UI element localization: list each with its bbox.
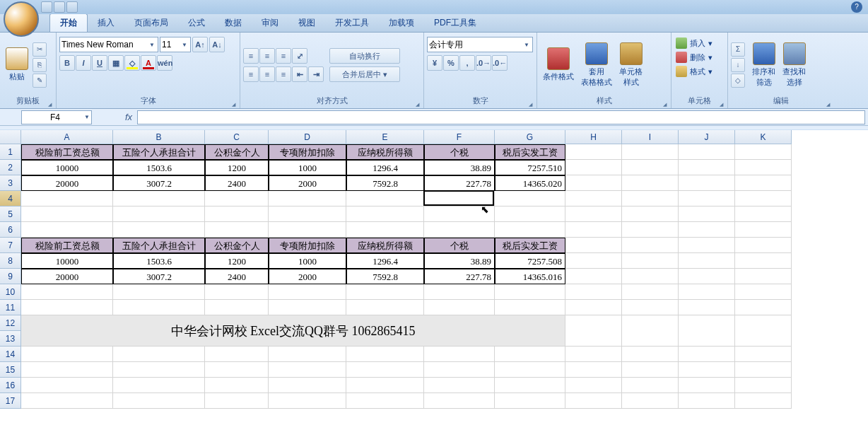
cell[interactable] (622, 160, 679, 175)
cell[interactable] (21, 191, 113, 207)
cell[interactable] (735, 238, 792, 253)
row-header-5[interactable]: 5 (0, 207, 21, 222)
cell[interactable] (735, 300, 792, 315)
qat-undo-icon[interactable] (54, 1, 65, 13)
cell[interactable]: 7257.510 (495, 160, 565, 175)
tab-formulas[interactable]: 公式 (178, 14, 215, 32)
tab-review[interactable]: 审阅 (252, 14, 288, 32)
cell[interactable] (565, 269, 622, 284)
cell[interactable] (495, 191, 565, 207)
find-select-button[interactable]: 查找和 选择 (780, 41, 809, 89)
cell[interactable] (565, 378, 622, 393)
cell[interactable] (622, 207, 679, 222)
increase-font-icon[interactable]: A↑ (192, 37, 208, 52)
tab-pdf[interactable]: PDF工具集 (424, 14, 486, 32)
cell[interactable] (269, 191, 346, 207)
cell[interactable] (205, 222, 269, 238)
cell[interactable] (113, 362, 205, 378)
cell[interactable] (205, 207, 269, 222)
row-header-1[interactable]: 1 (0, 144, 21, 160)
cell[interactable] (269, 300, 346, 315)
percent-icon[interactable]: % (443, 55, 459, 71)
cell[interactable]: 1296.4 (346, 160, 424, 175)
cell[interactable]: 2000 (269, 175, 346, 191)
tab-data[interactable]: 数据 (215, 14, 252, 32)
cell[interactable]: 1503.6 (113, 253, 205, 269)
cell[interactable]: 7592.8 (346, 269, 424, 284)
column-header-B[interactable]: B (113, 130, 205, 144)
cell[interactable]: 14365.020 (495, 175, 565, 191)
qat-redo-icon[interactable] (66, 1, 78, 13)
tab-view[interactable]: 视图 (288, 14, 325, 32)
cell[interactable] (679, 269, 735, 284)
cell[interactable] (424, 347, 495, 362)
cell[interactable] (21, 393, 113, 409)
column-header-C[interactable]: C (205, 130, 269, 144)
font-name-combo[interactable]: ▼ (59, 37, 158, 52)
cell[interactable] (113, 207, 205, 222)
cell[interactable]: 10000 (21, 253, 113, 269)
align-right-icon[interactable]: ≡ (276, 66, 291, 82)
align-bottom-icon[interactable]: ≡ (276, 48, 291, 64)
cell[interactable]: 应纳税所得额 (346, 144, 424, 160)
cell[interactable] (113, 393, 205, 409)
cell[interactable] (679, 284, 735, 300)
chevron-down-icon[interactable]: ▼ (522, 42, 531, 48)
formula-input[interactable] (137, 110, 865, 124)
cell[interactable] (205, 300, 269, 315)
cell[interactable] (424, 362, 495, 378)
name-box[interactable]: F4 ▼ (21, 110, 92, 124)
cell[interactable] (495, 393, 565, 409)
conditional-formatting-button[interactable]: 条件格式 (540, 46, 577, 83)
cell[interactable]: 1000 (269, 160, 346, 175)
cell[interactable] (424, 300, 495, 315)
cell[interactable] (565, 238, 622, 253)
cell[interactable] (565, 347, 622, 362)
cell[interactable] (679, 315, 735, 347)
cell[interactable]: 20000 (21, 175, 113, 191)
cell[interactable]: 五险个人承担合计 (113, 144, 205, 160)
cell[interactable] (622, 269, 679, 284)
cell[interactable] (622, 300, 679, 315)
comma-icon[interactable]: , (459, 55, 475, 71)
cell[interactable] (346, 207, 424, 222)
fill-color-button[interactable]: ◇ (124, 55, 140, 71)
cell[interactable] (424, 378, 495, 393)
help-icon[interactable]: ? (851, 1, 862, 13)
cell[interactable] (424, 207, 495, 222)
cell[interactable]: 2400 (205, 269, 269, 284)
decrease-decimal-icon[interactable]: .0← (492, 55, 508, 71)
cell[interactable] (679, 347, 735, 362)
column-header-E[interactable]: E (346, 130, 424, 144)
number-format-combo[interactable]: ▼ (427, 37, 533, 52)
cell[interactable]: 1200 (205, 253, 269, 269)
autosum-icon[interactable]: Σ (731, 42, 745, 57)
row-header-2[interactable]: 2 (0, 160, 21, 175)
cell[interactable] (679, 253, 735, 269)
cell[interactable] (679, 207, 735, 222)
cell[interactable] (269, 362, 346, 378)
row-header-10[interactable]: 10 (0, 284, 21, 300)
cell[interactable]: 38.89 (424, 253, 495, 269)
cell[interactable]: 2400 (205, 175, 269, 191)
cell[interactable] (735, 284, 792, 300)
cell[interactable]: 3007.2 (113, 269, 205, 284)
cell[interactable] (424, 393, 495, 409)
row-header-14[interactable]: 14 (0, 347, 21, 362)
cell[interactable]: 10000 (21, 160, 113, 175)
decrease-indent-icon[interactable]: ⇤ (292, 66, 307, 82)
italic-button[interactable]: I (76, 55, 91, 71)
increase-indent-icon[interactable]: ⇥ (308, 66, 324, 82)
cell[interactable] (735, 393, 792, 409)
cell[interactable] (565, 160, 622, 175)
cell[interactable]: 3007.2 (113, 175, 205, 191)
cell[interactable]: 个税 (424, 144, 495, 160)
qat-save-icon[interactable] (41, 1, 52, 13)
cell[interactable] (495, 207, 565, 222)
row-header-13[interactable]: 13 (0, 331, 21, 347)
banner-cell[interactable]: 中华会计网校 Excel交流QQ群号 1062865415 (21, 315, 565, 347)
cell[interactable] (565, 393, 622, 409)
cell[interactable] (113, 347, 205, 362)
column-header-D[interactable]: D (269, 130, 346, 144)
cell[interactable] (346, 347, 424, 362)
